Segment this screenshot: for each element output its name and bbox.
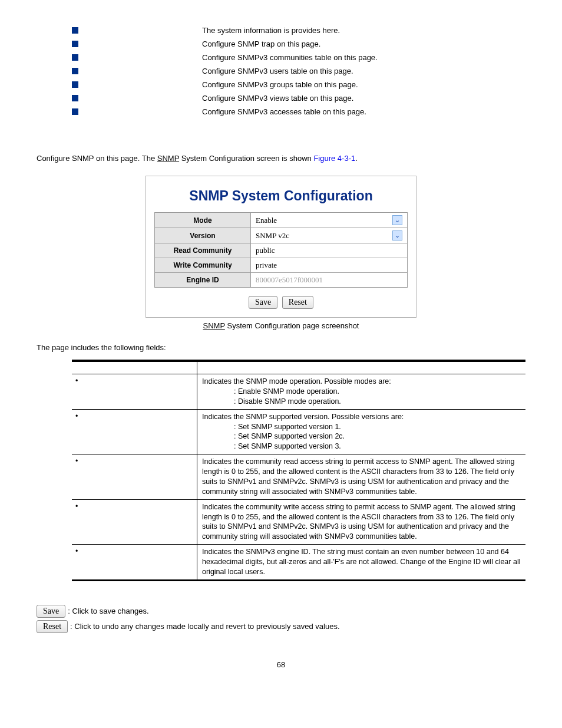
description-cell: Indicates the SNMP supported version. Po…: [197, 409, 526, 454]
nav-desc: Configure SNMPv3 users table on this pag…: [202, 67, 353, 75]
square-bullet-icon: [72, 108, 78, 115]
nav-desc: Configure SNMPv3 groups table on this pa…: [202, 80, 358, 89]
save-desc: : Click to save changes.: [68, 607, 148, 615]
nav-item: Configure SNMPv3 views table on this pag…: [72, 91, 525, 105]
nav-desc: Configure SNMPv3 accesses table on this …: [202, 107, 366, 116]
intro-post: .: [355, 154, 358, 163]
label-mode: Mode: [155, 213, 251, 228]
square-bullet-icon: [72, 27, 78, 34]
square-bullet-icon: [72, 41, 78, 47]
square-bullet-icon: [72, 54, 78, 61]
chevron-down-icon[interactable]: ⌄: [392, 230, 402, 241]
nav-desc: Configure SNMP trap on this page.: [202, 39, 320, 48]
desc-sub: : Set SNMP supported version 2c.: [202, 431, 521, 442]
description-cell: Indicates the community write access str…: [197, 499, 526, 545]
nav-item: Configure SNMPv3 users table on this pag…: [72, 64, 525, 78]
write-community-value: private: [256, 261, 277, 270]
reset-desc: : Click to undo any changes made locally…: [70, 622, 339, 631]
intro-mid: System Configuration screen is shown: [179, 154, 313, 163]
figure-ref-link[interactable]: Figure 4-3-1: [313, 154, 355, 163]
buttons-explanation: Save : Click to save changes. Reset : Cl…: [37, 605, 525, 633]
object-cell: [72, 545, 197, 581]
engine-id-field: 800007e5017f000001: [253, 274, 405, 286]
description-cell: Indicates the SNMP mode operation. Possi…: [197, 374, 526, 410]
write-community-input[interactable]: private: [253, 259, 405, 271]
object-cell: [72, 374, 197, 410]
mode-select[interactable]: Enable ⌄: [253, 214, 405, 226]
nav-item: Configure SNMPv3 groups table on this pa…: [72, 78, 525, 91]
page-number: 68: [37, 660, 525, 669]
description-cell: Indicates the SNMPv3 engine ID. The stri…: [197, 545, 526, 581]
reset-button[interactable]: Reset: [282, 296, 313, 309]
desc-sub: : Set SNMP supported version 3.: [202, 442, 521, 452]
label-write-community: Write Community: [155, 258, 251, 273]
square-bullet-icon: [72, 81, 78, 88]
version-value: SNMP v2c: [256, 231, 289, 241]
desc-sub: : Enable SNMP mode operation.: [202, 387, 521, 397]
version-select[interactable]: SNMP v2c ⌄: [253, 229, 405, 242]
nav-list: The system information is provides here.…: [72, 24, 525, 118]
caption-snmp: SNMP: [203, 321, 225, 330]
fields-intro: The page includes the following fields:: [37, 343, 525, 352]
square-bullet-icon: [72, 68, 78, 74]
nav-item: The system information is provides here.: [72, 24, 525, 37]
caption-rest: System Configuration page screenshot: [225, 321, 359, 330]
nav-item: Configure SNMPv3 communities table on th…: [72, 51, 525, 64]
reset-button[interactable]: Reset: [37, 620, 68, 633]
config-title: SNMP System Configuration: [154, 188, 408, 204]
read-community-value: public: [256, 246, 275, 255]
mode-value: Enable: [256, 216, 277, 225]
screenshot-caption: SNMP System Configuration page screensho…: [37, 321, 525, 330]
snmp-config-screenshot: SNMP System Configuration Mode Enable ⌄ …: [146, 176, 416, 318]
desc-sub: : Disable SNMP mode operation.: [202, 397, 521, 407]
object-cell: [72, 454, 197, 500]
nav-desc: Configure SNMPv3 views table on this pag…: [202, 94, 353, 103]
save-button[interactable]: Save: [37, 605, 65, 618]
save-button[interactable]: Save: [249, 296, 277, 309]
desc-text: Indicates the SNMP supported version. Po…: [202, 413, 404, 421]
fields-description-table: Indicates the SNMP mode operation. Possi…: [72, 360, 525, 581]
description-cell: Indicates the community read access stri…: [197, 454, 526, 500]
square-bullet-icon: [72, 95, 78, 101]
intro-paragraph: Configure SNMP on this page. The SNMP Sy…: [37, 154, 525, 163]
intro-snmp: SNMP: [157, 154, 179, 163]
chevron-down-icon[interactable]: ⌄: [392, 215, 402, 225]
nav-item: Configure SNMP trap on this page.: [72, 37, 525, 51]
engine-id-value: 800007e5017f000001: [256, 275, 323, 285]
desc-text: Indicates the SNMP mode operation. Possi…: [202, 377, 391, 386]
label-engine-id: Engine ID: [155, 273, 251, 288]
nav-item: Configure SNMPv3 accesses table on this …: [72, 105, 525, 118]
object-cell: [72, 499, 197, 545]
nav-desc: The system information is provides here.: [202, 26, 340, 35]
nav-desc: Configure SNMPv3 communities table on th…: [202, 53, 378, 62]
intro-pre: Configure SNMP on this page. The: [37, 154, 157, 163]
object-cell: [72, 409, 197, 454]
label-read-community: Read Community: [155, 243, 251, 258]
config-form: Mode Enable ⌄ Version SNMP v2c ⌄: [154, 212, 408, 288]
read-community-input[interactable]: public: [253, 245, 405, 256]
label-version: Version: [155, 228, 251, 243]
desc-sub: : Set SNMP supported version 1.: [202, 422, 521, 432]
